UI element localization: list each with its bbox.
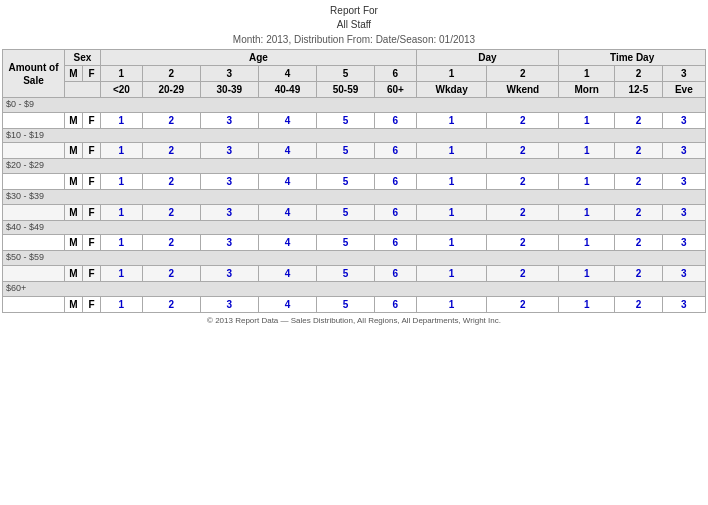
day-cell: 2 xyxy=(487,235,559,251)
age-cell: 3 xyxy=(200,112,258,128)
age-cell: 6 xyxy=(375,174,417,190)
sex-m-cell: M xyxy=(65,296,83,312)
time-cell: 2 xyxy=(615,143,663,159)
age-cell: 4 xyxy=(258,204,316,220)
amount-cell xyxy=(3,143,65,159)
sub-header-nums-row: M F 1 2 3 4 5 6 1 2 1 2 3 xyxy=(3,66,706,82)
age-cell: 1 xyxy=(101,296,143,312)
sex-m-cell: M xyxy=(65,266,83,282)
age-cell: 4 xyxy=(258,112,316,128)
time-cell: 3 xyxy=(662,204,705,220)
label-row: $60+ xyxy=(3,282,706,297)
age-cell: 3 xyxy=(200,266,258,282)
age-4-header: 4 xyxy=(258,66,316,82)
age-cell: 6 xyxy=(375,112,417,128)
age-5-header: 5 xyxy=(316,66,374,82)
time-cell: 3 xyxy=(662,296,705,312)
age-cell: 2 xyxy=(142,235,200,251)
age-2-header: 2 xyxy=(142,66,200,82)
time-cell: 1 xyxy=(559,204,615,220)
table-row: MF12345612123 xyxy=(3,174,706,190)
time-label-1: Morn xyxy=(559,82,615,98)
age-1-header: 1 xyxy=(101,66,143,82)
time-label-2: 12-5 xyxy=(615,82,663,98)
time-1-header: 1 xyxy=(559,66,615,82)
page-wrapper: Report For All Staff Month: 2013, Distri… xyxy=(0,0,708,505)
age-cell: 4 xyxy=(258,296,316,312)
age-cell: 6 xyxy=(375,296,417,312)
timeday-group-header: Time Day xyxy=(559,50,706,66)
age-cell: 4 xyxy=(258,266,316,282)
time-cell: 3 xyxy=(662,235,705,251)
age-cell: 1 xyxy=(101,112,143,128)
day-group-header: Day xyxy=(416,50,558,66)
time-cell: 2 xyxy=(615,235,663,251)
table-row: MF12345612123 xyxy=(3,143,706,159)
age-range-2: 20-29 xyxy=(142,82,200,98)
day-cell: 1 xyxy=(416,235,487,251)
table-row: MF12345612123 xyxy=(3,266,706,282)
time-cell: 3 xyxy=(662,266,705,282)
footer-note: © 2013 Report Data — Sales Distribution,… xyxy=(2,316,706,325)
sex-spacer xyxy=(65,82,101,98)
age-range-4: 40-49 xyxy=(258,82,316,98)
age-cell: 5 xyxy=(316,143,374,159)
age-cell: 2 xyxy=(142,143,200,159)
sex-f-cell: F xyxy=(83,296,101,312)
age-cell: 3 xyxy=(200,143,258,159)
title-line2: All Staff xyxy=(337,19,371,30)
time-cell: 3 xyxy=(662,112,705,128)
time-cell: 1 xyxy=(559,174,615,190)
age-range-1: <20 xyxy=(101,82,143,98)
age-cell: 1 xyxy=(101,143,143,159)
day-cell: 1 xyxy=(416,296,487,312)
amount-cell xyxy=(3,174,65,190)
time-cell: 3 xyxy=(662,143,705,159)
sex-m-cell: M xyxy=(65,235,83,251)
table-body: $0 - $9MF12345612123$10 - $19MF123456121… xyxy=(3,98,706,313)
report-title: Report For All Staff xyxy=(2,4,706,32)
day-cell: 1 xyxy=(416,204,487,220)
age-cell: 1 xyxy=(101,204,143,220)
label-row: $50 - $59 xyxy=(3,251,706,266)
amount-cell xyxy=(3,112,65,128)
sex-m-cell: M xyxy=(65,143,83,159)
table-row: MF12345612123 xyxy=(3,296,706,312)
amount-cell xyxy=(3,266,65,282)
age-cell: 6 xyxy=(375,204,417,220)
sex-f-cell: F xyxy=(83,204,101,220)
age-6-header: 6 xyxy=(375,66,417,82)
report-subtitle: Month: 2013, Distribution From: Date/Sea… xyxy=(2,34,706,45)
age-range-5: 50-59 xyxy=(316,82,374,98)
age-cell: 1 xyxy=(101,266,143,282)
sex-m-cell: M xyxy=(65,204,83,220)
age-cell: 3 xyxy=(200,204,258,220)
amount-label-cell: $30 - $39 xyxy=(3,190,706,205)
day-label-1: Wkday xyxy=(416,82,487,98)
table-row: MF12345612123 xyxy=(3,112,706,128)
age-group-header: Age xyxy=(101,50,417,66)
day-2-header: 2 xyxy=(487,66,559,82)
age-cell: 6 xyxy=(375,266,417,282)
age-cell: 2 xyxy=(142,266,200,282)
time-cell: 1 xyxy=(559,112,615,128)
sex-f-cell: F xyxy=(83,143,101,159)
day-label-2: Wkend xyxy=(487,82,559,98)
age-3-header: 3 xyxy=(200,66,258,82)
amount-label-cell: $50 - $59 xyxy=(3,251,706,266)
amount-cell xyxy=(3,235,65,251)
day-cell: 2 xyxy=(487,174,559,190)
age-cell: 2 xyxy=(142,112,200,128)
age-range-3: 30-39 xyxy=(200,82,258,98)
label-row: $30 - $39 xyxy=(3,190,706,205)
sex-f-header: F xyxy=(83,66,101,82)
age-cell: 6 xyxy=(375,143,417,159)
age-cell: 5 xyxy=(316,266,374,282)
age-cell: 5 xyxy=(316,204,374,220)
age-range-6: 60+ xyxy=(375,82,417,98)
day-cell: 2 xyxy=(487,204,559,220)
time-cell: 3 xyxy=(662,174,705,190)
label-row: $20 - $29 xyxy=(3,159,706,174)
age-cell: 1 xyxy=(101,235,143,251)
amount-cell xyxy=(3,204,65,220)
